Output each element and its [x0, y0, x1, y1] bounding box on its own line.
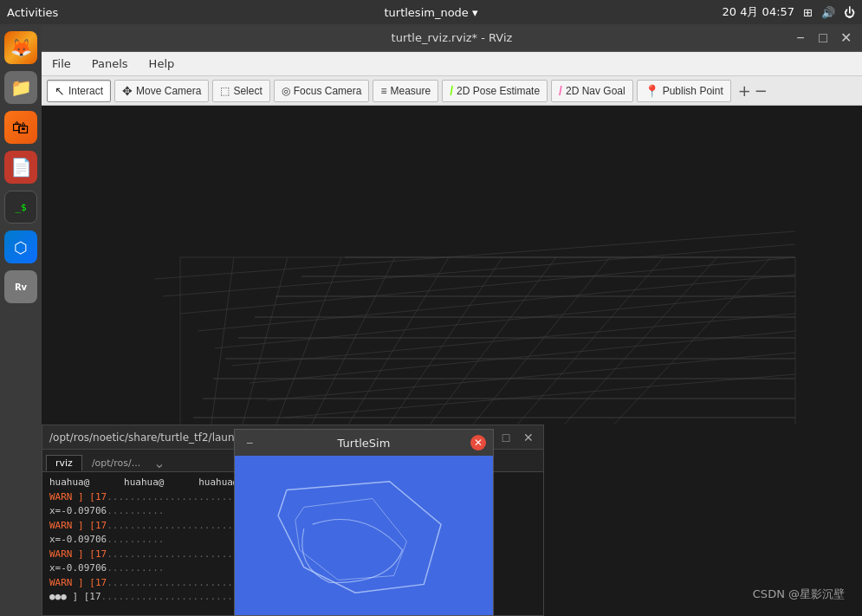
dock-appstore[interactable]: 🛍 — [4, 111, 37, 144]
dock-firefox[interactable]: 🦊 — [4, 31, 37, 64]
rviz-viewport[interactable]: turtle1 turtle2 world — [42, 106, 862, 443]
dock-rviz[interactable]: Rv — [4, 270, 37, 303]
move-camera-label: Move Camera — [136, 85, 201, 97]
toolbar-select-button[interactable]: ⬚ Select — [212, 80, 269, 102]
topbar-center: turtlesim_node ▾ — [384, 6, 477, 19]
network-icon: ⊞ — [803, 6, 813, 19]
ubuntu-dock: 🦊 📁 🛍 📄 _$ ⬡ Rv — [0, 24, 42, 616]
menu-file[interactable]: File — [49, 55, 75, 72]
rviz-titlebar-controls: − □ ✕ — [791, 29, 855, 48]
publish-point-label: Publish Point — [663, 85, 723, 97]
dock-terminal[interactable]: _$ — [4, 191, 37, 224]
turtlesim-title: TurtleSim — [264, 437, 463, 450]
toolbar-move-camera-button[interactable]: ✥ Move Camera — [114, 80, 209, 102]
dock-docs[interactable]: 📄 — [4, 151, 37, 184]
rviz-titlebar: turtle_rviz.rviz* - RViz − □ ✕ — [42, 24, 862, 52]
terminal-maximize-button[interactable]: □ — [498, 430, 514, 445]
rviz-maximize-button[interactable]: □ — [813, 29, 833, 48]
terminal-tab-rviz[interactable]: rviz — [46, 455, 82, 471]
focus-camera-label: Focus Camera — [294, 85, 362, 97]
terminal-tab-add-button[interactable]: ⌄ — [153, 455, 165, 471]
nav-goal-icon: / — [559, 84, 562, 98]
rviz-close-button[interactable]: ✕ — [836, 29, 855, 48]
dock-files[interactable]: 📁 — [4, 71, 37, 104]
interact-label: Interact — [68, 85, 103, 97]
grid-visualization: turtle1 turtle2 world — [42, 106, 862, 443]
toolbar-pose-estimate-button[interactable]: / 2D Pose Estimate — [442, 80, 548, 102]
turtlesim-close-button[interactable]: ✕ — [470, 435, 486, 451]
move-camera-icon: ✥ — [122, 84, 133, 98]
activities-button[interactable]: Activities — [7, 6, 58, 19]
topbar-left: Activities — [7, 6, 58, 19]
topbar-right: 20 4月 04:57 ⊞ 🔊 ⏻ — [723, 4, 855, 20]
turtlesim-viewport[interactable] — [235, 456, 493, 615]
power-icon[interactable]: ⏻ — [844, 6, 855, 19]
rviz-minimize-button[interactable]: − — [791, 29, 810, 48]
toolbar-nav-goal-button[interactable]: / 2D Nav Goal — [551, 80, 633, 102]
focus-camera-icon: ◎ — [282, 85, 290, 97]
rviz-menubar: File Panels Help — [42, 52, 862, 76]
svg-rect-0 — [42, 106, 862, 443]
turtlesim-window: − TurtleSim ✕ — [234, 429, 494, 616]
rviz-toolbar: ↖ Interact ✥ Move Camera ⬚ Select ◎ Focu… — [42, 76, 862, 106]
turtlesim-minimize-button[interactable]: − — [242, 435, 257, 451]
sound-icon[interactable]: 🔊 — [821, 6, 835, 19]
rviz-window: turtle_rviz.rviz* - RViz − □ ✕ File Pane… — [42, 24, 862, 443]
publish-point-icon: 📍 — [645, 84, 659, 98]
toolbar-focus-camera-button[interactable]: ◎ Focus Camera — [274, 80, 370, 102]
interact-icon: ↖ — [55, 84, 65, 98]
pose-estimate-label: 2D Pose Estimate — [457, 85, 540, 97]
clock: 20 4月 04:57 — [723, 4, 795, 20]
select-icon: ⬚ — [220, 85, 230, 97]
measure-icon: ≡ — [380, 85, 386, 97]
csdn-watermark: CSDN @星影沉壁 — [753, 587, 845, 602]
pose-estimate-icon: / — [450, 84, 453, 98]
toolbar-measure-button[interactable]: ≡ Measure — [373, 80, 438, 102]
select-label: Select — [233, 85, 262, 97]
nav-goal-label: 2D Nav Goal — [566, 85, 625, 97]
menu-help[interactable]: Help — [146, 55, 178, 72]
terminal-tab-opt[interactable]: /opt/ros/... — [82, 455, 150, 471]
menu-panels[interactable]: Panels — [88, 55, 132, 72]
turtlesim-titlebar: − TurtleSim ✕ — [235, 430, 493, 456]
toolbar-publish-point-button[interactable]: 📍 Publish Point — [637, 80, 731, 102]
rviz-title: turtle_rviz.rviz* - RViz — [392, 31, 513, 44]
dock-vscode[interactable]: ⬡ — [4, 230, 37, 263]
app-name[interactable]: turtlesim_node ▾ — [384, 6, 477, 19]
ubuntu-topbar: Activities turtlesim_node ▾ 20 4月 04:57 … — [0, 0, 862, 24]
toolbar-add-button[interactable]: + — [738, 81, 751, 100]
toolbar-interact-button[interactable]: ↖ Interact — [47, 80, 111, 102]
toolbar-remove-button[interactable]: − — [755, 81, 768, 100]
measure-label: Measure — [390, 85, 431, 97]
terminal-close-button[interactable]: ✕ — [521, 430, 536, 445]
